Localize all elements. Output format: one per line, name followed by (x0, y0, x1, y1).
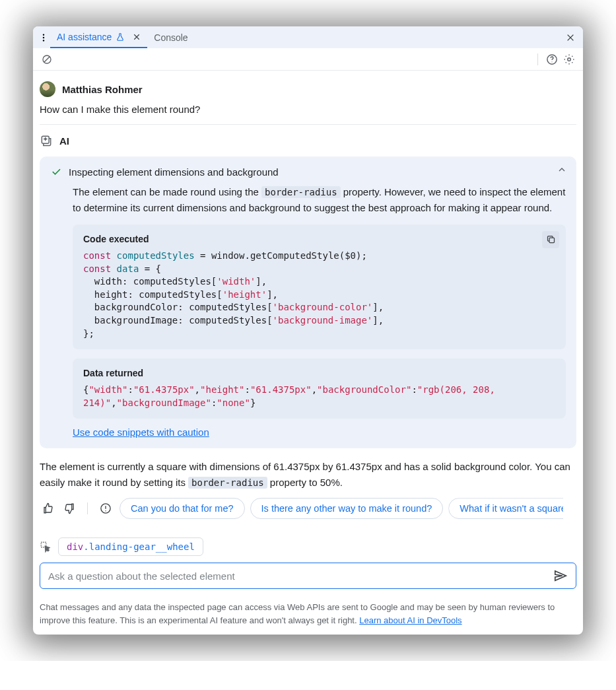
flask-icon (116, 32, 125, 42)
ai-step-description: The element can be made round using the … (50, 184, 566, 215)
tab-label: AI assistance (57, 32, 112, 42)
suggestion-chip[interactable]: Is there any other way to make it round? (250, 498, 444, 519)
svg-point-1 (43, 36, 44, 38)
svg-point-6 (568, 57, 571, 61)
svg-point-10 (105, 510, 106, 511)
svg-rect-8 (549, 238, 555, 243)
ai-label: AI (59, 135, 69, 147)
suggestion-chip[interactable]: Can you do that for me? (120, 498, 245, 519)
user-header: Matthias Rohmer (40, 81, 576, 97)
clear-icon[interactable] (38, 51, 55, 68)
send-icon[interactable] (551, 566, 570, 586)
actions-row: Can you do that for me? Is there any oth… (40, 498, 576, 519)
select-element-icon[interactable] (40, 541, 51, 553)
feedback-group (40, 500, 114, 517)
user-name: Matthias Rohmer (62, 84, 143, 95)
user-message-text: How can I make this element round? (40, 104, 576, 115)
toolbar (33, 48, 583, 71)
ai-sparkle-icon (40, 134, 53, 147)
prompt-input[interactable] (47, 570, 551, 582)
tab-console[interactable]: Console (147, 26, 194, 48)
prompt-input-wrap (40, 563, 576, 589)
user-message-block: Matthias Rohmer How can I make this elem… (40, 81, 576, 125)
data-returned-label: Data returned (83, 368, 555, 378)
code-executed-card: Code executed const computedStyles = win… (73, 224, 566, 349)
tab-label: Console (154, 32, 188, 43)
selected-element-pill[interactable]: div.landing-gear__wheel (58, 537, 203, 556)
svg-point-5 (551, 61, 552, 62)
inline-code: border-radius (261, 186, 341, 198)
data-returned-card: Data returned {"width":"61.4375px","heig… (73, 359, 566, 419)
tab-ai-assistance[interactable]: AI assistance (50, 26, 147, 48)
check-icon (50, 166, 62, 178)
code-executed-label: Code executed (83, 234, 555, 244)
inline-code: border-radius (188, 477, 267, 489)
caution-row: Use code snippets with caution (73, 427, 566, 438)
code-executed-block: const computedStyles = window.getCompute… (83, 250, 555, 340)
feedback-divider (87, 502, 88, 514)
disclaimer-link[interactable]: Learn about AI in DevTools (359, 615, 462, 625)
ai-step-title: Inspecting element dimensions and backgr… (69, 166, 279, 178)
ai-summary: The element is currently a square with d… (40, 459, 576, 490)
ai-step-box: Inspecting element dimensions and backgr… (40, 156, 576, 448)
context-row: div.landing-gear__wheel (40, 537, 576, 556)
chat-content: Matthias Rohmer How can I make this elem… (33, 71, 583, 594)
svg-point-0 (43, 34, 44, 35)
svg-point-2 (43, 40, 44, 41)
tab-bar: AI assistance Console (33, 26, 583, 48)
kebab-menu-icon[interactable] (37, 29, 50, 46)
close-tab-icon[interactable] (129, 33, 141, 41)
caution-link[interactable]: Use code snippets with caution (73, 427, 209, 438)
devtools-window: AI assistance Console (33, 26, 583, 635)
data-returned-block: {"width":"61.4375px","height":"61.4375px… (83, 384, 555, 409)
close-window-icon[interactable] (562, 29, 579, 46)
disclaimer: Chat messages and any data the inspected… (33, 594, 583, 635)
report-icon[interactable] (97, 500, 114, 517)
ai-header: AI (40, 134, 576, 147)
help-icon[interactable] (543, 51, 561, 68)
avatar (40, 81, 55, 97)
collapse-chevron-icon[interactable] (557, 164, 567, 175)
toolbar-divider (537, 53, 538, 65)
copy-icon[interactable] (542, 231, 559, 248)
settings-gear-icon[interactable] (561, 51, 578, 68)
thumbs-down-icon[interactable] (61, 500, 78, 517)
thumbs-up-icon[interactable] (40, 500, 57, 517)
suggestion-chip[interactable]: What if it wasn't a square? (448, 498, 576, 519)
